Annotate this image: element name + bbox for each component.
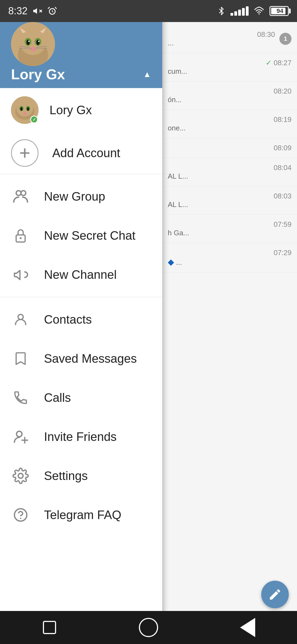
invite-friends-item[interactable]: Invite Friends [0, 417, 162, 456]
svg-point-42 [18, 473, 23, 478]
svg-point-13 [28, 41, 30, 42]
svg-line-19 [36, 48, 47, 48]
username: Lory Gx [11, 66, 65, 83]
chat-area: 08:30 ... 1 ✓ 08:27 cum... 08:20 ón... 0… [162, 0, 297, 644]
bookmark-icon [11, 349, 30, 368]
back-icon [240, 618, 255, 637]
chat-preview: one... [168, 124, 292, 132]
chat-time: 08:30 [168, 30, 275, 39]
person-icon [11, 310, 30, 329]
faq-label: Telegram FAQ [44, 508, 121, 522]
chat-time: 07:59 [168, 220, 292, 229]
svg-point-38 [18, 314, 23, 320]
svg-point-39 [16, 431, 22, 437]
add-account-item[interactable]: Add Account [0, 132, 162, 174]
contacts-label: Contacts [44, 313, 92, 326]
chat-time: 07:29 [168, 249, 292, 257]
chat-item[interactable]: 08:04 AL L... [162, 158, 297, 186]
chat-item[interactable]: 08:09 [162, 138, 297, 158]
chat-item[interactable]: 08:19 one... [162, 110, 297, 138]
avatar[interactable] [11, 22, 55, 66]
bluetooth-icon [217, 6, 226, 16]
gear-icon [11, 466, 30, 485]
chat-item[interactable]: 08:30 ... 1 [162, 25, 297, 53]
new-group-item[interactable]: New Group [0, 177, 162, 216]
svg-point-48 [258, 13, 260, 15]
nav-home-button[interactable] [138, 616, 160, 638]
unread-badge: 1 [279, 33, 292, 45]
new-secret-chat-item[interactable]: New Secret Chat [0, 216, 162, 255]
contacts-item[interactable]: Contacts [0, 300, 162, 339]
wifi-icon [254, 6, 265, 16]
svg-point-35 [21, 191, 26, 196]
chat-time: ✓ 08:27 [168, 59, 292, 67]
svg-point-29 [27, 107, 29, 111]
chat-preview: cum... [168, 67, 292, 76]
chat-item[interactable]: 07:29 ◆ ... [162, 243, 297, 272]
megaphone-icon [11, 265, 30, 284]
chat-item[interactable]: 08:20 ón... [162, 81, 297, 110]
invite-friends-label: Invite Friends [44, 430, 117, 444]
settings-item[interactable]: Settings [0, 456, 162, 495]
navigation-bar [0, 611, 297, 644]
chat-preview: ón... [168, 95, 292, 104]
chat-preview: AL L... [168, 172, 292, 181]
chat-time: 08:04 [168, 163, 292, 172]
calls-label: Calls [44, 391, 71, 405]
username-row: Lory Gx ▲ [11, 66, 151, 83]
calls-item[interactable]: Calls [0, 378, 162, 417]
svg-point-20 [31, 48, 35, 51]
saved-messages-label: Saved Messages [44, 352, 137, 365]
sidebar: Lory Gx ▲ [0, 0, 162, 644]
faq-item[interactable]: Telegram FAQ [0, 495, 162, 534]
status-right: 94 [217, 6, 289, 16]
new-group-label: New Group [44, 190, 105, 203]
compose-icon [268, 588, 282, 601]
chat-preview: h Ga... [168, 229, 292, 237]
chat-item[interactable]: 07:59 h Ga... [162, 215, 297, 243]
svg-point-37 [20, 237, 22, 239]
expand-arrow-icon[interactable]: ▲ [143, 70, 151, 79]
svg-point-34 [16, 191, 21, 196]
chat-time: 08:03 [168, 192, 292, 200]
online-status-dot [30, 116, 38, 123]
settings-label: Settings [44, 469, 88, 483]
new-channel-item[interactable]: New Channel [0, 255, 162, 294]
account-item[interactable]: Lory Gx [0, 88, 162, 132]
add-person-icon [11, 427, 30, 446]
chat-time: 08:19 [168, 115, 292, 124]
svg-point-11 [26, 40, 30, 45]
compose-fab[interactable] [261, 581, 289, 608]
chat-preview: ◆ ... [168, 257, 292, 267]
time-display: 8:32 [8, 5, 28, 17]
chat-preview: AL L... [168, 200, 292, 209]
chat-item[interactable]: ✓ 08:27 cum... [162, 53, 297, 81]
account-avatar [11, 96, 38, 124]
svg-point-43 [15, 509, 27, 521]
nav-back-button[interactable] [237, 616, 258, 638]
lock-icon [11, 226, 30, 245]
chat-preview: ... [168, 39, 275, 47]
menu-section-misc: Contacts Saved Messages Calls [0, 297, 162, 537]
chat-item[interactable]: 08:03 AL L... [162, 186, 297, 215]
chat-list: 08:30 ... 1 ✓ 08:27 cum... 08:20 ón... 0… [162, 22, 297, 272]
recent-apps-icon [43, 621, 56, 634]
add-account-icon [11, 139, 38, 167]
help-icon [11, 505, 30, 525]
svg-point-44 [20, 518, 21, 519]
mute-icon [32, 6, 42, 16]
status-bar: 8:32 [0, 0, 297, 22]
svg-point-12 [36, 40, 40, 45]
phone-icon [11, 388, 30, 407]
status-left: 8:32 [8, 5, 57, 17]
svg-point-14 [38, 41, 40, 42]
svg-point-28 [20, 107, 23, 111]
new-channel-label: New Channel [44, 268, 117, 282]
chat-time: 08:09 [168, 144, 292, 152]
saved-messages-item[interactable]: Saved Messages [0, 339, 162, 378]
svg-point-4 [20, 30, 46, 55]
home-icon [139, 618, 158, 637]
nav-recent-apps-button[interactable] [38, 616, 61, 638]
new-secret-chat-label: New Secret Chat [44, 229, 136, 242]
add-account-label: Add Account [52, 146, 120, 160]
